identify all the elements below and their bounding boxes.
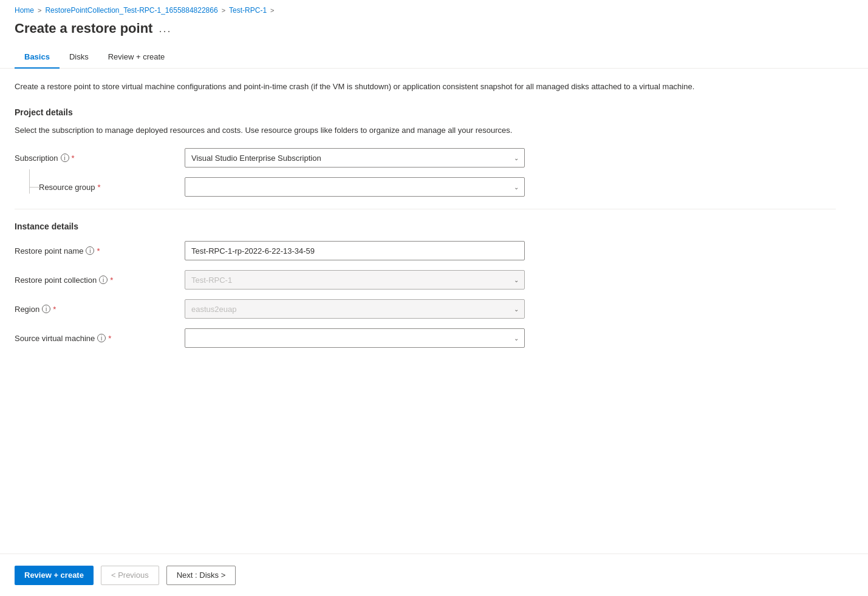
breadcrumb-resource[interactable]: Test-RPC-1 [229, 6, 267, 15]
source-vm-select-wrapper: ⌄ [185, 328, 525, 348]
page-description: Create a restore point to store virtual … [15, 81, 836, 93]
tab-review-create[interactable]: Review + create [98, 46, 175, 69]
subscription-label: Subscription i * [15, 154, 185, 163]
source-vm-select[interactable] [185, 328, 525, 348]
page-title: Create a restore point [15, 21, 152, 36]
resource-group-select-wrapper: ⌄ [185, 177, 525, 197]
subscription-row: Subscription i * Visual Studio Enterpris… [15, 148, 836, 168]
region-select[interactable]: eastus2euap [185, 299, 525, 319]
breadcrumb-home[interactable]: Home [15, 6, 34, 15]
region-row: Region i * eastus2euap ⌄ [15, 299, 836, 319]
restore-point-name-row: Restore point name i * [15, 241, 836, 260]
project-details-subtitle: Select the subscription to manage deploy… [15, 124, 836, 137]
restore-point-name-label: Restore point name i * [15, 246, 185, 256]
tabs-container: Basics Disks Review + create [0, 46, 868, 69]
restore-point-name-label-text: Restore point name [15, 246, 83, 256]
region-label: Region i * [15, 305, 185, 314]
resource-group-label-text: Resource group [39, 183, 95, 192]
resource-group-label: Resource group * [15, 183, 185, 192]
restore-point-name-required: * [97, 246, 100, 256]
restore-point-collection-label-text: Restore point collection [15, 276, 97, 285]
region-select-wrapper: eastus2euap ⌄ [185, 299, 525, 319]
resource-group-control: ⌄ [185, 177, 525, 197]
restore-point-collection-label: Restore point collection i * [15, 276, 185, 285]
region-required: * [53, 305, 56, 314]
subscription-required: * [72, 154, 75, 163]
restore-point-name-info-icon[interactable]: i [86, 246, 94, 255]
tab-disks[interactable]: Disks [60, 46, 98, 69]
breadcrumb-sep-1: > [38, 7, 41, 14]
previous-button[interactable]: < Previous [101, 566, 159, 585]
restore-point-collection-select[interactable]: Test-RPC-1 [185, 270, 525, 290]
subscription-control: Visual Studio Enterprise Subscription ⌄ [185, 148, 525, 168]
subscription-label-text: Subscription [15, 154, 58, 163]
bottom-bar: Review + create < Previous Next : Disks … [0, 554, 868, 596]
source-vm-label-text: Source virtual machine [15, 334, 95, 343]
source-vm-label: Source virtual machine i * [15, 334, 185, 343]
subscription-select-wrapper: Visual Studio Enterprise Subscription ⌄ [185, 148, 525, 168]
tab-basics[interactable]: Basics [15, 46, 60, 69]
restore-point-collection-row: Restore point collection i * Test-RPC-1 … [15, 270, 836, 290]
source-vm-required: * [108, 334, 111, 343]
breadcrumb-sep-2: > [222, 7, 225, 14]
main-content: Create a restore point to store virtual … [0, 69, 850, 418]
restore-point-name-input[interactable] [185, 241, 525, 260]
page-header: Create a restore point ... [0, 18, 868, 46]
region-info-icon[interactable]: i [42, 305, 50, 313]
restore-point-collection-required: * [110, 276, 113, 285]
subscription-info-icon[interactable]: i [61, 154, 69, 162]
restore-point-collection-select-wrapper: Test-RPC-1 ⌄ [185, 270, 525, 290]
resource-group-row: Resource group * ⌄ [15, 177, 836, 197]
restore-point-name-control [185, 241, 525, 260]
review-create-button[interactable]: Review + create [15, 566, 94, 585]
section-divider [15, 209, 836, 209]
project-details-title: Project details [15, 107, 836, 117]
breadcrumb-collection[interactable]: RestorePointCollection_Test-RPC-1_165588… [45, 6, 217, 15]
subscription-select[interactable]: Visual Studio Enterprise Subscription [185, 148, 525, 168]
breadcrumb-sep-3: > [270, 7, 274, 14]
source-vm-info-icon[interactable]: i [97, 334, 106, 342]
region-label-text: Region [15, 305, 39, 314]
source-vm-control: ⌄ [185, 328, 525, 348]
resource-group-select[interactable] [185, 177, 525, 197]
restore-point-collection-info-icon[interactable]: i [99, 276, 108, 284]
instance-details-title: Instance details [15, 222, 836, 231]
resource-group-required: * [98, 183, 101, 192]
page-title-ellipsis[interactable]: ... [159, 22, 171, 35]
restore-point-collection-control: Test-RPC-1 ⌄ [185, 270, 525, 290]
region-control: eastus2euap ⌄ [185, 299, 525, 319]
breadcrumb: Home > RestorePointCollection_Test-RPC-1… [0, 0, 868, 18]
next-button[interactable]: Next : Disks > [166, 566, 236, 585]
source-vm-row: Source virtual machine i * ⌄ [15, 328, 836, 348]
